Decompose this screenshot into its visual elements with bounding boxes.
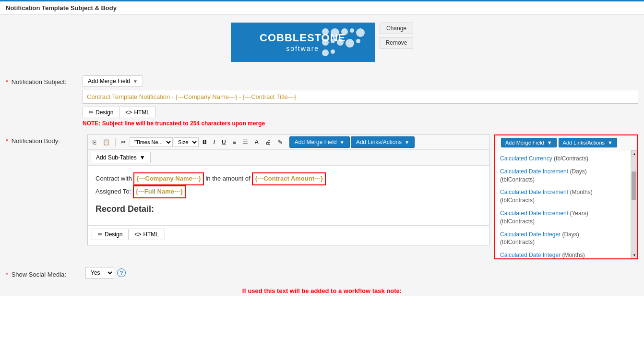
- body-design-html-row: ✏ Design <> HTML: [88, 225, 489, 245]
- merge-item-text-0: Calculated Currency (tblContracts): [500, 155, 588, 162]
- social-media-select[interactable]: Yes No: [85, 267, 114, 279]
- font-color-btn[interactable]: A: [252, 137, 262, 147]
- code-icon: <>: [125, 109, 132, 116]
- add-subtables-button[interactable]: Add Sub-Tables ▼: [91, 152, 151, 163]
- body-section: * Notification Body: ⎘ 📋 ✂ "Times Ne... …: [0, 131, 644, 263]
- scroll-down-arrow[interactable]: ▼: [631, 252, 637, 258]
- body-merge-arrow-icon: ▼: [340, 140, 345, 145]
- cobblestone-logo: COBBLESTONEsoftware: [231, 23, 375, 62]
- dot: [356, 39, 360, 43]
- editor-body[interactable]: Contract with {---Company Name---} in th…: [88, 166, 489, 225]
- merge-item-5[interactable]: Calculated Date Integer (Months)(tblCont…: [495, 249, 631, 258]
- merge-item-3[interactable]: Calculated Date Increment (Years)(tblCon…: [495, 207, 631, 228]
- body-required-star: *: [6, 137, 8, 145]
- editor-toolbar: ⎘ 📋 ✂ "Times Ne... Size B I U ≡ ☰ A: [88, 135, 489, 150]
- subject-add-merge-label: Add Merge Field: [88, 78, 130, 85]
- subject-input[interactable]: [83, 90, 638, 104]
- pencil-icon: ✏: [89, 109, 94, 116]
- subject-design-tab[interactable]: ✏ Design: [83, 107, 119, 118]
- merge-item-text-4: Calculated Date Integer (Days)(tblContra…: [500, 231, 579, 246]
- dropdown-links-label: Add Links/Actions: [563, 140, 605, 146]
- paste-icon-btn[interactable]: 📋: [100, 137, 113, 147]
- body-html-tab[interactable]: <> HTML: [129, 229, 165, 240]
- dot: [356, 28, 365, 37]
- print-btn[interactable]: 🖨: [262, 137, 274, 147]
- body-code-icon: <>: [134, 231, 141, 238]
- toolbar-sep1: [115, 138, 116, 146]
- body-design-tab[interactable]: ✏ Design: [92, 229, 129, 240]
- section-title: Notification Template Subject & Body: [6, 4, 117, 12]
- add-subtables-label: Add Sub-Tables: [96, 154, 137, 161]
- body-label: * Notification Body:: [6, 134, 83, 145]
- scroll-thumb[interactable]: [632, 171, 636, 200]
- body-pencil-icon: ✏: [98, 231, 103, 238]
- merge-item-text-1: Calculated Date Increment (Days)(tblCont…: [500, 168, 587, 183]
- list-ordered-btn[interactable]: ≡: [230, 137, 239, 147]
- subject-input-container: [83, 90, 638, 107]
- change-button[interactable]: Change: [380, 23, 414, 34]
- scroll-up-arrow[interactable]: ▲: [631, 150, 637, 157]
- social-required-star: *: [6, 271, 8, 278]
- dropdown-merge-label: Add Merge Field: [505, 140, 544, 146]
- section-header: Notification Template Subject & Body: [0, 0, 644, 15]
- page-wrapper: Notification Template Subject & Body COB…: [0, 0, 644, 341]
- editor-toolbar-row2: Add Sub-Tables ▼: [88, 150, 489, 166]
- merge-item-2[interactable]: Calculated Date Increment (Months)(tblCo…: [495, 186, 631, 207]
- size-select[interactable]: Size: [174, 137, 199, 147]
- dot: [350, 28, 354, 33]
- add-links-arrow-icon: ▼: [405, 140, 409, 145]
- bold-button[interactable]: B: [200, 137, 210, 147]
- body-merge-label: Add Merge Field: [295, 139, 337, 146]
- dropdown-add-merge-button[interactable]: Add Merge Field ▼: [501, 138, 557, 147]
- social-media-label: * Show Social Media:: [6, 268, 83, 278]
- merge-item-0[interactable]: Calculated Currency (tblContracts): [495, 152, 631, 165]
- subtables-arrow-icon: ▼: [140, 154, 145, 161]
- merge-item-text-5: Calculated Date Integer (Months)(tblCont…: [500, 252, 585, 258]
- add-links-label: Add Links/Actions: [356, 139, 402, 146]
- body-design-html-buttons: ✏ Design <> HTML: [92, 229, 485, 240]
- copy-icon-btn[interactable]: ⎘: [90, 137, 99, 147]
- editor-wrapper: ⎘ 📋 ✂ "Times Ne... Size B I U ≡ ☰ A: [87, 134, 489, 245]
- merge-item-4[interactable]: Calculated Date Integer (Days)(tblContra…: [495, 228, 631, 249]
- workflow-note: If used this text will be added to a wor…: [0, 282, 644, 296]
- underline-button[interactable]: U: [219, 137, 229, 147]
- dropdown-merge-arrow-icon: ▼: [547, 140, 552, 146]
- list-unordered-btn[interactable]: ☰: [240, 137, 251, 147]
- body-paragraph-1: Contract with {---Company Name---} in th…: [95, 172, 481, 185]
- merge-dropdown-header: Add Merge Field ▼ Add Links/Actions ▼: [495, 135, 637, 150]
- merge-list-area: Calculated Currency (tblContracts) Calcu…: [495, 150, 637, 258]
- social-media-row: * Show Social Media: Yes No ?: [0, 263, 644, 282]
- scroll-container: ▲ ▼: [631, 150, 637, 258]
- dropdown-links-arrow-icon: ▼: [608, 140, 613, 146]
- font-select[interactable]: "Times Ne...: [130, 137, 173, 147]
- contract-amount-field: {---Contract Amount---}: [252, 172, 326, 185]
- subject-row: * Notification Subject: Add Merge Field …: [0, 72, 644, 131]
- full-name-field: {---Full Name---}: [133, 185, 186, 198]
- remove-button[interactable]: Remove: [380, 37, 414, 49]
- body-add-merge-button[interactable]: Add Merge Field ▼: [289, 136, 350, 148]
- subject-content: Add Merge Field ▼ ✏ Design <> HTML NOTE:…: [83, 75, 638, 127]
- body-paragraph-2: Assigned To: {---Full Name---}: [95, 185, 481, 198]
- merge-field-list: Calculated Currency (tblContracts) Calcu…: [495, 150, 631, 258]
- company-name-field: {---Company Name---}: [133, 172, 203, 185]
- subject-design-html-buttons: ✏ Design <> HTML: [83, 107, 638, 118]
- merge-dropdown-panel: Add Merge Field ▼ Add Links/Actions ▼ Ca…: [494, 134, 638, 259]
- body-content: ⎘ 📋 ✂ "Times Ne... Size B I U ≡ ☰ A: [87, 134, 489, 245]
- cut-icon-btn[interactable]: ✂: [118, 137, 129, 147]
- merge-item-text-3: Calculated Date Increment (Years)(tblCon…: [500, 210, 588, 225]
- subject-merge-arrow-icon: ▼: [133, 79, 138, 84]
- subject-html-tab[interactable]: <> HTML: [119, 107, 156, 118]
- subject-label: * Notification Subject:: [6, 75, 83, 85]
- add-links-button[interactable]: Add Links/Actions ▼: [351, 136, 415, 148]
- subject-add-merge-button[interactable]: Add Merge Field ▼: [83, 75, 143, 87]
- merge-item-1[interactable]: Calculated Date Increment (Days)(tblCont…: [495, 165, 631, 186]
- italic-button[interactable]: I: [211, 137, 218, 147]
- record-detail: Record Detail:: [95, 202, 481, 216]
- merge-item-text-2: Calculated Date Increment (Months)(tblCo…: [500, 189, 593, 204]
- scroll-track: [631, 157, 637, 252]
- logo-buttons: Change Remove: [380, 23, 414, 49]
- source-btn[interactable]: ✎: [275, 137, 286, 147]
- dropdown-add-links-button[interactable]: Add Links/Actions ▼: [559, 138, 617, 147]
- help-icon[interactable]: ?: [117, 268, 126, 277]
- logo-section: COBBLESTONEsoftware: [0, 15, 644, 72]
